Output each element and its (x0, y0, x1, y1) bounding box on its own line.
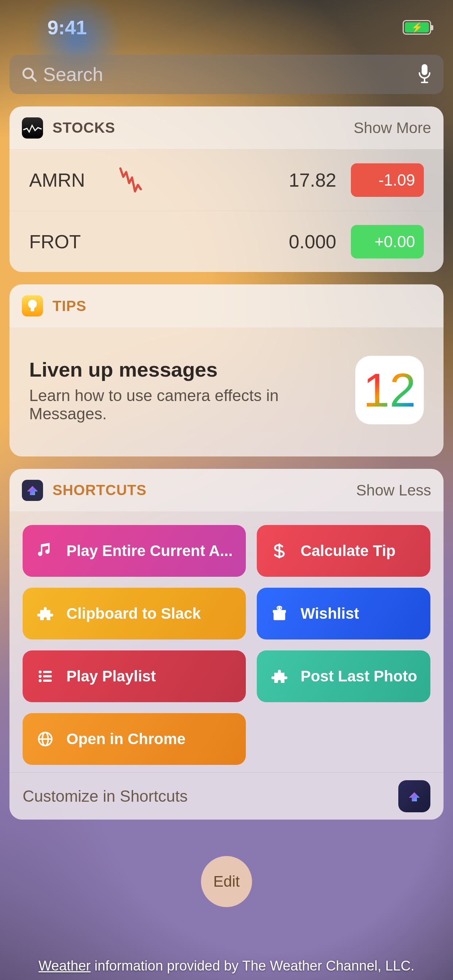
svg-rect-15 (43, 679, 52, 682)
stock-row[interactable]: AMRN 17.82 -1.09 (10, 150, 443, 211)
search-input[interactable] (43, 64, 412, 85)
shortcuts-app-icon (22, 480, 43, 501)
stock-row[interactable]: FROT 0.000 +0.00 (10, 211, 443, 272)
weather-attrib-text: information provided by The Weather Chan… (91, 958, 415, 974)
search-icon (21, 66, 37, 83)
shortcut-label: Post Last Photo (301, 668, 417, 685)
attribution: Weather information provided by The Weat… (0, 951, 453, 980)
shortcuts-header: SHORTCUTS Show Less (10, 469, 443, 512)
shortcut-label: Clipboard to Slack (66, 605, 201, 622)
shortcuts-show-less[interactable]: Show Less (356, 482, 431, 499)
puzzle-icon (36, 605, 55, 622)
svg-point-11 (39, 675, 41, 678)
stocks-body: AMRN 17.82 -1.09 FROT 0.000 +0.00 (10, 150, 443, 272)
shortcut-play-playlist[interactable]: Play Playlist (22, 651, 246, 702)
tips-header: TIPS (10, 285, 443, 328)
shortcut-label: Wishlist (301, 605, 359, 622)
stock-sparkline (117, 163, 190, 197)
status-bar: 9:41 ⚡ (0, 0, 453, 55)
stock-symbol: AMRN (29, 169, 117, 191)
svg-point-0 (23, 68, 33, 78)
tips-headline: Liven up messages (29, 358, 344, 381)
shortcut-open-in-chrome[interactable]: Open in Chrome (22, 713, 246, 765)
tips-image: 12 (355, 356, 424, 425)
globe-icon (36, 730, 55, 748)
stocks-show-more[interactable]: Show More (354, 119, 431, 137)
svg-rect-9 (279, 610, 280, 620)
svg-rect-2 (422, 64, 427, 75)
gift-icon (270, 605, 289, 622)
svg-point-12 (39, 679, 41, 682)
music-icon (36, 542, 55, 560)
shortcut-label: Calculate Tip (301, 542, 396, 560)
shortcuts-widget: SHORTCUTS Show Less Play Entire Current … (10, 469, 443, 819)
tips-app-icon (22, 295, 43, 317)
tips-title: TIPS (53, 298, 86, 314)
shortcut-calculate-tip[interactable]: Calculate Tip (257, 525, 431, 577)
svg-point-5 (28, 300, 37, 309)
stock-price: 17.82 (190, 169, 336, 191)
tips-widget: TIPS Liven up messages Learn how to use … (10, 285, 443, 457)
status-right: ⚡ (403, 20, 431, 35)
puzzle-icon (270, 668, 289, 685)
tips-text: Liven up messages Learn how to use camer… (29, 358, 344, 423)
shortcut-wishlist[interactable]: Wishlist (257, 588, 431, 640)
svg-point-10 (39, 670, 41, 673)
battery-fill: ⚡ (405, 22, 429, 32)
shortcut-label: Play Entire Current A... (66, 542, 233, 560)
tips-body[interactable]: Liven up messages Learn how to use camer… (10, 328, 443, 457)
charging-bolt-icon: ⚡ (411, 22, 423, 32)
stock-price: 0.000 (190, 231, 336, 253)
battery-icon: ⚡ (403, 20, 431, 35)
stock-change: -1.09 (351, 163, 424, 197)
stocks-title: STOCKS (53, 119, 115, 136)
stocks-app-icon (22, 118, 43, 138)
stocks-header: STOCKS Show More (10, 107, 443, 150)
status-time: 9:41 (48, 16, 87, 39)
svg-rect-6 (30, 308, 34, 311)
weather-link[interactable]: Weather (39, 958, 91, 974)
list-icon (36, 668, 55, 685)
tips-subtitle: Learn how to use camera effects in Messa… (29, 387, 344, 423)
stock-symbol: FROT (29, 231, 117, 253)
stocks-widget: STOCKS Show More AMRN 17.82 -1.09 FROT 0… (10, 107, 443, 272)
shortcut-play-current-album[interactable]: Play Entire Current A... (22, 525, 246, 577)
ios12-badge: 12 (363, 363, 416, 417)
weather-attrib: Weather information provided by The Weat… (0, 951, 453, 980)
shortcut-clipboard-to-slack[interactable]: Clipboard to Slack (22, 588, 246, 640)
shortcut-post-last-photo[interactable]: Post Last Photo (257, 651, 431, 702)
shortcuts-grid: Play Entire Current A...Calculate TipCli… (10, 512, 443, 772)
shortcuts-footer-text: Customize in Shortcuts (22, 787, 187, 805)
shortcut-label: Open in Chrome (66, 730, 186, 748)
search-bar[interactable] (10, 55, 443, 94)
svg-rect-13 (43, 671, 52, 673)
dollar-icon (270, 542, 289, 560)
shortcuts-footer-icon (398, 780, 431, 812)
microphone-icon[interactable] (417, 64, 432, 85)
shortcuts-title: SHORTCUTS (53, 482, 147, 498)
shortcuts-footer[interactable]: Customize in Shortcuts (10, 772, 443, 819)
edit-button[interactable]: Edit (201, 856, 252, 907)
svg-rect-14 (43, 675, 52, 678)
svg-line-1 (32, 77, 36, 81)
stock-change: +0.00 (351, 225, 424, 258)
shortcut-label: Play Playlist (66, 668, 156, 685)
